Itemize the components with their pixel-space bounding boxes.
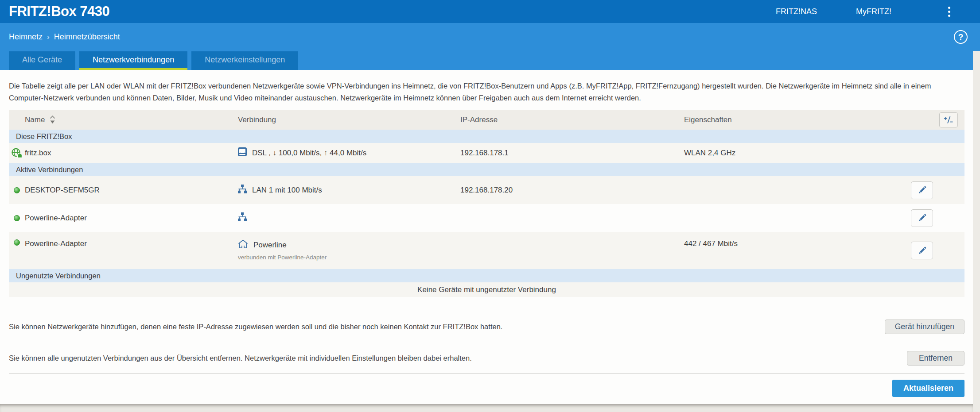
- intro-text: Die Tabelle zeigt alle per LAN oder WLAN…: [9, 70, 959, 104]
- column-header-connection: Verbindung: [238, 116, 460, 124]
- page-bottom-background: [0, 404, 973, 412]
- breadcrumb-separator: ›: [47, 33, 50, 41]
- tab-netzwerkverbindungen[interactable]: Netzwerkverbindungen: [79, 51, 187, 70]
- breadcrumb-bar: Heimnetz›Heimnetzübersicht ?: [0, 23, 980, 51]
- remove-button[interactable]: Entfernen: [907, 351, 964, 366]
- table-row-powerline-2: Powerline-Adapter Powerline: [9, 232, 964, 269]
- column-header-properties: Eigenschaften: [684, 116, 908, 124]
- section-row-active-connections: Aktive Verbindungen: [9, 163, 964, 176]
- device-name: Powerline-Adapter: [25, 232, 238, 248]
- edit-button[interactable]: [911, 242, 933, 259]
- empty-message-row: Keine Geräte mit ungenutzter Verbindung: [9, 282, 964, 297]
- scrollbar-gutter[interactable]: [973, 51, 980, 412]
- properties-text: WLAN 2,4 GHz: [684, 149, 908, 158]
- table-header-row: Name Verbindung IP-Adresse Eigenschaften: [9, 110, 964, 130]
- connection-text: LAN 1 mit 100 Mbit/s: [252, 186, 322, 195]
- myfritz-link[interactable]: MyFRITZ!: [856, 7, 891, 16]
- top-bar: FRITZ!Box 7430 FRITZ!NAS MyFRITZ!: [0, 0, 980, 23]
- breadcrumb-page: Heimnetzübersicht: [54, 32, 120, 41]
- kebab-menu-icon[interactable]: [948, 7, 951, 17]
- table-row-powerline-1: Powerline-Adapter: [9, 204, 964, 232]
- dsl-modem-icon: [238, 147, 247, 158]
- edit-button[interactable]: [911, 209, 933, 227]
- lan-icon: [238, 212, 247, 223]
- fritznas-link[interactable]: FRITZ!NAS: [776, 7, 817, 16]
- ip-address: 192.168.178.1: [460, 149, 684, 158]
- section-row-this-fritzbox: Diese FRITZ!Box: [9, 130, 964, 143]
- ip-address: [460, 232, 684, 239]
- add-remove-columns-button[interactable]: [939, 112, 958, 127]
- refresh-button[interactable]: Aktualisieren: [892, 380, 964, 397]
- table-row-fritzbox: fritz.box DSL , ↓ 100,0 Mbit/s, ↑ 44,0 M…: [9, 143, 964, 163]
- remove-connections-text: Sie können alle ungenutzten Verbindungen…: [9, 354, 472, 362]
- help-icon[interactable]: ?: [954, 30, 968, 44]
- connection-text: DSL , ↓ 100,0 Mbit/s, ↑ 44,0 Mbit/s: [252, 149, 366, 158]
- table-row-desktop: DESKTOP-SEFM5GR: [9, 176, 964, 204]
- divider: [9, 373, 964, 373]
- breadcrumb-section: Heimnetz: [9, 32, 43, 41]
- section-row-unused-connections: Ungenutzte Verbindungen: [9, 269, 964, 282]
- edit-button[interactable]: [911, 181, 933, 199]
- device-name: fritz.box: [25, 149, 238, 158]
- device-name: DESKTOP-SEFM5GR: [25, 186, 238, 195]
- sort-icon[interactable]: [49, 115, 56, 124]
- app-title: FRITZ!Box 7430: [9, 4, 109, 19]
- device-name: Powerline-Adapter: [25, 214, 238, 223]
- lan-icon: [238, 185, 247, 196]
- status-green-icon: [14, 215, 20, 221]
- connection-subtext: verbunden mit Powerline-Adapter: [238, 254, 460, 261]
- network-table: Name Verbindung IP-Adresse Eigenschaften: [9, 110, 964, 297]
- globe-home-icon: [9, 148, 25, 158]
- column-header-ip: IP-Adresse: [460, 116, 684, 124]
- breadcrumb: Heimnetz›Heimnetzübersicht: [9, 32, 120, 42]
- tab-netzwerkeinstellungen[interactable]: Netzwerkeinstellungen: [191, 51, 298, 70]
- add-device-text: Sie können Netzwerkgeräte hinzufügen, de…: [9, 323, 502, 331]
- powerline-house-icon: [238, 239, 248, 251]
- ip-address: 192.168.178.20: [460, 186, 684, 195]
- status-green-icon: [14, 239, 20, 246]
- properties-text: 442 / 467 Mbit/s: [684, 232, 908, 248]
- tab-alle-geraete[interactable]: Alle Geräte: [9, 51, 75, 70]
- status-green-icon: [14, 187, 20, 193]
- connection-text: Powerline: [253, 241, 287, 250]
- column-header-name: Name: [25, 116, 45, 124]
- add-device-button[interactable]: Gerät hinzufügen: [885, 320, 964, 334]
- tab-bar: Alle Geräte Netzwerkverbindungen Netzwer…: [0, 51, 973, 70]
- content-area: Die Tabelle zeigt alle per LAN oder WLAN…: [0, 70, 973, 404]
